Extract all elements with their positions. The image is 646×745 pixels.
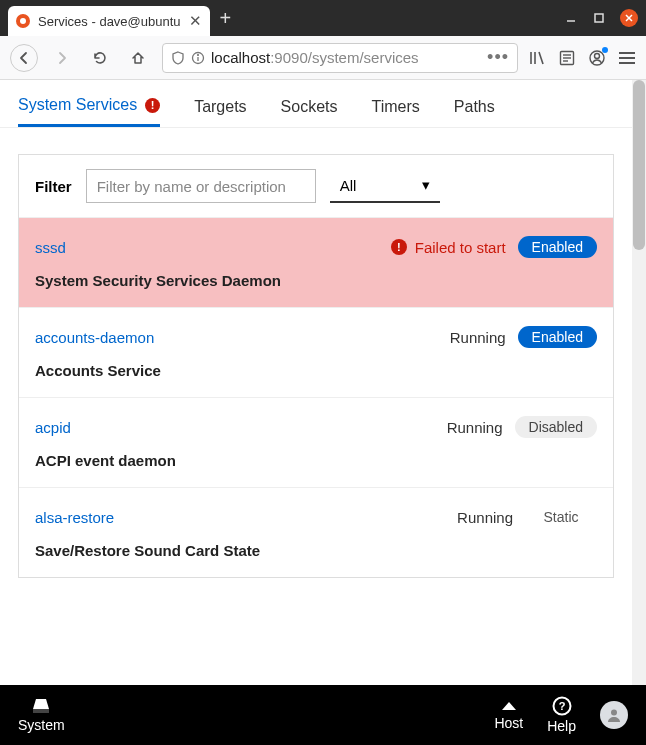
library-icon[interactable] (528, 49, 546, 67)
enabled-badge: Enabled (518, 326, 597, 348)
tab-close-icon[interactable]: ✕ (189, 12, 202, 30)
nav-forward-button[interactable] (48, 44, 76, 72)
user-avatar[interactable] (600, 701, 628, 729)
tab-timers[interactable]: Timers (372, 96, 420, 127)
static-badge: Static (525, 506, 597, 528)
bottom-label: Help (547, 718, 576, 734)
help-icon: ? (552, 696, 572, 716)
alert-icon: ! (145, 98, 160, 113)
service-row[interactable]: acpid Running Disabled ACPI event daemon (19, 397, 613, 487)
service-name-link[interactable]: sssd (35, 239, 66, 256)
disabled-badge: Disabled (515, 416, 597, 438)
service-name-link[interactable]: alsa-restore (35, 509, 114, 526)
service-name-link[interactable]: acpid (35, 419, 71, 436)
account-icon[interactable] (588, 49, 606, 67)
bottom-system-button[interactable]: System (18, 697, 65, 733)
services-panel: Filter All ▾ sssd ! Failed to start (18, 154, 614, 578)
bottom-bar: System Host ? Help (0, 685, 646, 745)
bottom-host-button[interactable]: Host (494, 699, 523, 731)
browser-toolbar: localhost:9090/system/services ••• (0, 36, 646, 80)
svg-rect-1 (595, 14, 603, 22)
service-status: Running (450, 329, 506, 346)
tab-title: Services - dave@ubuntu (38, 14, 181, 29)
info-icon (191, 51, 205, 65)
filter-label: Filter (35, 178, 72, 195)
menu-button[interactable] (618, 49, 636, 67)
filter-input[interactable] (86, 169, 316, 203)
filter-dropdown[interactable]: All ▾ (330, 169, 440, 203)
service-status: Running (457, 509, 513, 526)
service-description: Accounts Service (35, 362, 597, 379)
window-minimize-button[interactable] (564, 11, 578, 25)
service-status: Running (447, 419, 503, 436)
tab-targets[interactable]: Targets (194, 96, 246, 127)
tab-sockets[interactable]: Sockets (281, 96, 338, 127)
service-description: ACPI event daemon (35, 452, 597, 469)
ubuntu-favicon (16, 14, 30, 28)
chevron-down-icon: ▾ (422, 176, 430, 194)
chevron-up-icon (500, 699, 518, 713)
section-tabs: System Services ! Targets Sockets Timers… (0, 80, 632, 128)
svg-text:?: ? (558, 700, 565, 712)
bottom-label: System (18, 717, 65, 733)
svg-point-19 (611, 710, 617, 716)
shield-icon (171, 51, 185, 65)
enabled-badge: Enabled (518, 236, 597, 258)
new-tab-button[interactable]: + (220, 7, 232, 30)
nav-back-button[interactable] (10, 44, 38, 72)
svg-rect-16 (33, 709, 49, 713)
svg-point-15 (595, 53, 600, 58)
service-status: ! Failed to start (391, 239, 506, 256)
url-bar[interactable]: localhost:9090/system/services ••• (162, 43, 518, 73)
nav-home-button[interactable] (124, 44, 152, 72)
svg-point-6 (197, 54, 198, 55)
url-text: localhost:9090/system/services (211, 49, 481, 66)
dropdown-value: All (340, 177, 357, 194)
tab-paths[interactable]: Paths (454, 96, 495, 127)
scroll-thumb[interactable] (633, 80, 645, 250)
page-actions-icon[interactable]: ••• (487, 47, 509, 68)
window-close-button[interactable] (620, 9, 638, 27)
service-row[interactable]: sssd ! Failed to start Enabled System Se… (19, 217, 613, 307)
tab-system-services[interactable]: System Services ! (18, 96, 160, 127)
window-titlebar: Services - dave@ubuntu ✕ + (0, 0, 646, 36)
reader-icon[interactable] (558, 49, 576, 67)
tab-label: System Services (18, 96, 137, 114)
filter-row: Filter All ▾ (19, 155, 613, 217)
page-viewport: System Services ! Targets Sockets Timers… (0, 80, 646, 685)
browser-tab[interactable]: Services - dave@ubuntu ✕ (8, 6, 210, 36)
bottom-label: Host (494, 715, 523, 731)
error-icon: ! (391, 239, 407, 255)
bottom-help-button[interactable]: ? Help (547, 696, 576, 734)
svg-line-9 (539, 52, 543, 64)
service-row[interactable]: accounts-daemon Running Enabled Accounts… (19, 307, 613, 397)
nav-reload-button[interactable] (86, 44, 114, 72)
window-controls (564, 9, 638, 27)
service-row[interactable]: alsa-restore Running Static Save/Restore… (19, 487, 613, 577)
service-description: System Security Services Daemon (35, 272, 597, 289)
service-name-link[interactable]: accounts-daemon (35, 329, 154, 346)
window-maximize-button[interactable] (592, 11, 606, 25)
disk-icon (30, 697, 52, 715)
vertical-scrollbar[interactable] (632, 80, 646, 685)
service-description: Save/Restore Sound Card State (35, 542, 597, 559)
